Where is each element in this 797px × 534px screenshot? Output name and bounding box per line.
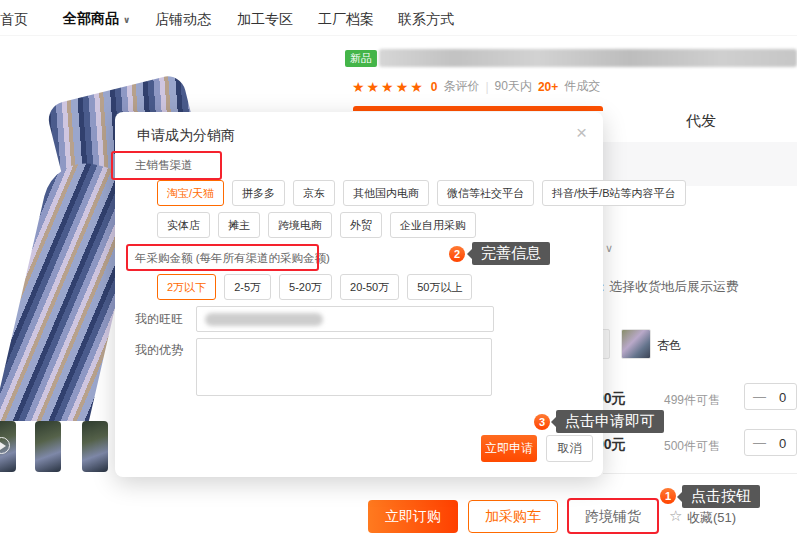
order-now-button[interactable]: 立即订购: [368, 500, 458, 533]
chip-cross-border[interactable]: 跨境电商: [268, 212, 332, 238]
amount-section-label: 年采购金额 (每年所有渠道的采购金额): [135, 251, 330, 266]
chip-under-20k[interactable]: 2万以下: [157, 274, 216, 300]
chip-taobao-tmall[interactable]: 淘宝/天猫: [157, 180, 224, 206]
amount-chip-row: 2万以下 2-5万 5-20万 20-50万 50万以上: [157, 274, 472, 300]
shipping-note: ：选择收货地后展示运费: [596, 278, 739, 296]
chip-company-use[interactable]: 企业自用采购: [390, 212, 476, 238]
review-count: 0: [431, 80, 438, 94]
step-circle-2: 2: [449, 246, 465, 262]
product-title-redacted: [379, 49, 797, 67]
chip-50k-200k[interactable]: 5-20万: [279, 274, 332, 300]
quantity-stepper[interactable]: — 0: [744, 383, 797, 410]
cross-border-listing-button[interactable]: 跨境铺货: [567, 498, 659, 534]
swatch-label: 杏色: [657, 337, 681, 354]
wangwang-input[interactable]: [196, 306, 494, 332]
nav-item-processing[interactable]: 加工专区: [237, 11, 293, 29]
nav-item-contact[interactable]: 联系方式: [398, 11, 454, 29]
sales-count: 20+: [538, 80, 558, 94]
minus-button[interactable]: —: [753, 435, 766, 450]
chip-stall-owner[interactable]: 摊主: [218, 212, 260, 238]
quantity-stepper[interactable]: — 0: [744, 429, 797, 456]
separator: |: [485, 80, 488, 94]
chip-other-ecommerce[interactable]: 其他国内电商: [343, 180, 429, 206]
channel-chip-row-1: 淘宝/天猫 拼多多 京东 其他国内电商 微信等社交平台 抖音/快手/B站等内容平…: [157, 180, 686, 206]
tab-dropship[interactable]: 代发: [686, 112, 716, 131]
active-tab-indicator: [353, 106, 603, 111]
thumbnail-video[interactable]: [0, 421, 16, 472]
thumbnail-photo-1[interactable]: [35, 421, 61, 472]
advantage-label: 我的优势: [135, 342, 183, 359]
close-icon[interactable]: ×: [576, 123, 587, 142]
color-swatch-apricot[interactable]: [621, 329, 651, 359]
modal-title: 申请成为分销商: [137, 127, 235, 145]
chip-pinduoduo[interactable]: 拼多多: [232, 180, 285, 206]
sku-stock: 499件可售: [664, 392, 720, 409]
nav-item-label: 全部商品: [63, 10, 119, 26]
channel-chip-row-2: 实体店 摊主 跨境电商 外贸 企业自用采购: [157, 212, 476, 238]
chip-over-500k[interactable]: 50万以上: [407, 274, 472, 300]
play-icon: [0, 437, 10, 454]
quantity-value[interactable]: 0: [779, 390, 786, 405]
chip-wechat-social[interactable]: 微信等社交平台: [437, 180, 534, 206]
nav-item-factory-file[interactable]: 工厂档案: [318, 11, 374, 29]
rating-row: ★★★★★ 0 条评价 | 90天内 20+ 件成交: [352, 78, 600, 95]
chevron-down-icon: ∨: [123, 15, 130, 25]
nav-item-home[interactable]: 首页: [0, 11, 28, 29]
step-circle-3: 3: [534, 414, 550, 430]
quantity-value[interactable]: 0: [779, 436, 786, 451]
chip-200k-500k[interactable]: 20-50万: [340, 274, 399, 300]
tooltip-click-apply: 点击申请即可: [556, 410, 664, 433]
favorite-star-icon[interactable]: ☆: [669, 507, 682, 525]
thumbnail-photo-2[interactable]: [82, 421, 108, 472]
apply-now-button[interactable]: 立即申请: [481, 435, 537, 462]
chip-jd[interactable]: 京东: [293, 180, 335, 206]
nav-item-all-products[interactable]: 全部商品∨: [63, 10, 130, 28]
advantage-textarea[interactable]: [196, 338, 492, 396]
step-circle-1: 1: [660, 488, 676, 504]
add-to-cart-button[interactable]: 加采购车: [468, 500, 558, 533]
top-nav: 首页 全部商品∨ 店铺动态 加工专区 工厂档案 联系方式: [0, 0, 797, 36]
review-suffix: 条评价: [443, 78, 479, 95]
chip-douyin-content[interactable]: 抖音/快手/B站等内容平台: [542, 180, 685, 206]
distributor-apply-modal: 申请成为分销商 × 主销售渠道 淘宝/天猫 拼多多 京东 其他国内电商 微信等社…: [115, 112, 603, 477]
sales-period: 90天内: [495, 78, 532, 95]
chip-20k-50k[interactable]: 2-5万: [224, 274, 271, 300]
favorite-count[interactable]: 收藏(51): [687, 509, 736, 527]
sales-suffix: 件成交: [564, 78, 600, 95]
chip-physical-store[interactable]: 实体店: [157, 212, 210, 238]
sku-stock: 500件可售: [664, 438, 720, 455]
wangwang-value-redacted: [205, 313, 323, 326]
nav-item-shop-news[interactable]: 店铺动态: [155, 11, 211, 29]
star-rating-icons: ★★★★★: [352, 79, 425, 95]
divider: [603, 473, 797, 474]
chevron-down-icon[interactable]: ∨: [605, 242, 613, 255]
tooltip-complete-info: 完善信息: [472, 242, 550, 265]
channel-section-label: 主销售渠道: [135, 158, 193, 173]
new-product-badge: 新品: [345, 50, 377, 67]
wangwang-label: 我的旺旺: [135, 311, 183, 328]
tooltip-click-button: 点击按钮: [682, 485, 760, 508]
chip-foreign-trade[interactable]: 外贸: [340, 212, 382, 238]
minus-button[interactable]: —: [753, 389, 766, 404]
cancel-button[interactable]: 取消: [546, 435, 593, 462]
